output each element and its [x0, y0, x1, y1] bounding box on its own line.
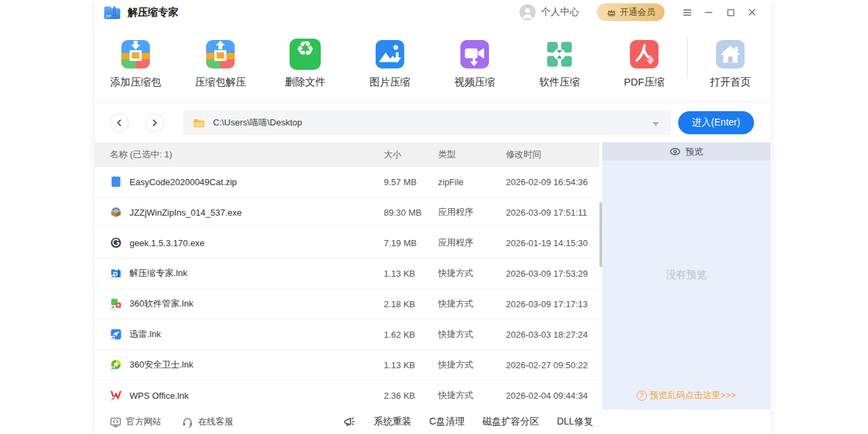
file-type: 应用程序	[438, 237, 506, 249]
toolbar-image-compress[interactable]: 图片压缩	[359, 39, 420, 89]
scrollbar-thumb[interactable]	[599, 202, 602, 267]
file-modified: 2026-03-09 17:17:13	[506, 299, 599, 309]
table-row[interactable]: WPS Office.lnk 2.36 KB 快捷方式 2026-02-04 0…	[95, 380, 599, 410]
column-header-type[interactable]: 类型	[438, 149, 506, 161]
minimize-button[interactable]	[703, 6, 715, 18]
table-row[interactable]: 360安全卫士.lnk 1.13 KB 快捷方式 2026-02-27 09:5…	[95, 350, 599, 380]
enter-button[interactable]: 进入(Enter)	[678, 111, 754, 134]
official-website-link[interactable]: 官方网站	[110, 416, 161, 428]
file-name: 360安全卫士.lnk	[130, 359, 193, 371]
file-type: zipFile	[438, 177, 506, 187]
toolbar-extract-archive[interactable]: 压缩包解压	[190, 39, 251, 89]
garbled-link-label: 预览乱码点击这里>>>	[650, 389, 736, 401]
folder-icon	[193, 117, 205, 130]
table-row[interactable]: geek.1.5.3.170.exe 7.19 MB 应用程序 2026-01-…	[95, 228, 599, 258]
video-compress-icon	[459, 39, 490, 70]
toolbar-open-homepage[interactable]: 打开首页	[700, 39, 761, 89]
dll-repair-link[interactable]: DLL修复	[557, 416, 593, 428]
user-center-link[interactable]: 个人中心	[541, 6, 579, 18]
file-size: 2.36 KB	[384, 391, 438, 401]
chevron-right-icon	[150, 118, 159, 127]
back-button[interactable]	[110, 113, 129, 132]
system-reinstall-link[interactable]: 系统重装	[374, 416, 412, 428]
table-row[interactable]: 迅雷.lnk 1.62 KB 快捷方式 2026-03-03 18:27:24	[95, 319, 599, 350]
toolbar-label: 删除文件	[275, 76, 336, 89]
question-circle-icon: ?	[637, 391, 647, 401]
file-name: WPS Office.lnk	[130, 391, 189, 401]
status-bar: 官方网站 在线客服 系统重装 C盘清理 磁盘扩容分区 DLL修复	[95, 410, 770, 434]
chevron-left-icon	[115, 118, 124, 127]
toolbar-label: 压缩包解压	[190, 76, 251, 89]
vip-upgrade-button[interactable]: 开通会员	[597, 3, 665, 21]
column-header-modified[interactable]: 修改时间	[506, 149, 599, 161]
toolbar-delete-files[interactable]: ♻ 删除文件	[275, 39, 336, 89]
file-modified: 2026-03-03 18:27:24	[506, 330, 599, 340]
add-archive-icon	[120, 39, 151, 70]
toolbar-label: 图片压缩	[359, 76, 420, 89]
forward-button[interactable]	[145, 113, 164, 132]
file-size: 2.18 KB	[384, 299, 438, 309]
preview-header: 预览	[602, 142, 770, 161]
statusbar-link-label: 官方网站	[126, 416, 161, 428]
installer-file-icon	[110, 206, 122, 218]
delete-files-icon: ♻	[290, 39, 321, 70]
table-row[interactable]: 360软件管家.lnk 2.18 KB 快捷方式 2026-03-09 17:1…	[95, 289, 599, 319]
file-size: 1.13 KB	[384, 360, 438, 370]
preview-body: 没有预览 ? 预览乱码点击这里>>>	[602, 161, 770, 410]
wps-shortcut-icon	[110, 389, 122, 401]
file-table: 名称 (已选中: 1) 大小 类型 修改时间 EasyCode20200049C…	[95, 142, 599, 410]
software-compress-icon	[544, 39, 575, 70]
c-drive-clean-link[interactable]: C盘清理	[429, 416, 465, 428]
zip-file-icon	[110, 176, 122, 188]
file-size: 1.13 KB	[384, 269, 438, 279]
close-button[interactable]	[746, 6, 758, 18]
toolbar-pdf-compress[interactable]: PDF压缩	[614, 39, 675, 89]
toolbar-video-compress[interactable]: 视频压缩	[444, 39, 505, 89]
minimize-icon	[703, 7, 714, 18]
file-type: 快捷方式	[438, 389, 506, 401]
maximize-icon	[726, 7, 736, 18]
online-support-link[interactable]: 在线客服	[182, 416, 233, 428]
column-header-size[interactable]: 大小	[384, 149, 438, 161]
file-name: 360软件管家.lnk	[130, 298, 193, 310]
garbled-preview-link[interactable]: ? 预览乱码点击这里>>>	[637, 389, 736, 401]
file-modified: 2026-02-27 09:50:22	[506, 360, 599, 370]
table-scrollbar[interactable]	[599, 142, 602, 410]
toolbar-add-archive[interactable]: 添加压缩包	[105, 39, 166, 89]
file-modified: 2026-03-09 17:53:29	[506, 269, 599, 279]
file-size: 9.57 MB	[384, 177, 438, 187]
thunder-shortcut-icon	[110, 328, 122, 340]
toolbar-software-compress[interactable]: 软件压缩	[529, 39, 590, 89]
geek-app-icon	[110, 237, 122, 249]
statusbar-link-label: 在线客服	[198, 416, 233, 428]
user-avatar[interactable]	[519, 4, 536, 20]
file-type: 快捷方式	[438, 267, 506, 279]
file-type: 快捷方式	[438, 298, 506, 310]
file-name: JZZjWinZipIns_014_537.exe	[130, 208, 241, 218]
pdf-compress-icon	[629, 39, 660, 70]
vip-button-label: 开通会员	[620, 6, 655, 18]
path-dropdown-button[interactable]	[650, 114, 662, 132]
menu-button[interactable]	[681, 6, 693, 18]
zip-app-shortcut-icon	[110, 267, 122, 279]
disk-expand-link[interactable]: 磁盘扩容分区	[482, 416, 539, 428]
monitor-code-icon	[110, 416, 121, 428]
maximize-button[interactable]	[724, 6, 736, 18]
file-name: 迅雷.lnk	[130, 328, 161, 340]
table-row[interactable]: 解压缩专家.lnk 1.13 KB 快捷方式 2026-03-09 17:53:…	[95, 258, 599, 289]
window-controls	[681, 6, 758, 18]
table-row[interactable]: EasyCode20200049Cat.zip 9.57 MB zipFile …	[95, 167, 599, 197]
preview-panel: 预览 没有预览 ? 预览乱码点击这里>>>	[602, 142, 770, 410]
file-size: 89.30 MB	[384, 208, 438, 218]
eye-icon	[669, 146, 681, 157]
table-row[interactable]: JZZjWinZipIns_014_537.exe 89.30 MB 应用程序 …	[95, 197, 599, 228]
address-bar[interactable]: C:\Users\喵喵\Desktop	[183, 111, 671, 135]
column-header-name[interactable]: 名称 (已选中: 1)	[95, 149, 384, 161]
megaphone-icon	[342, 415, 356, 429]
home-icon	[715, 39, 746, 70]
file-modified: 2026-03-09 17:51:11	[506, 208, 599, 218]
file-name: 解压缩专家.lnk	[130, 267, 187, 279]
file-type: 快捷方式	[438, 359, 506, 371]
file-name: geek.1.5.3.170.exe	[130, 238, 205, 248]
file-modified: 2026-02-04 09:44:34	[506, 391, 599, 401]
